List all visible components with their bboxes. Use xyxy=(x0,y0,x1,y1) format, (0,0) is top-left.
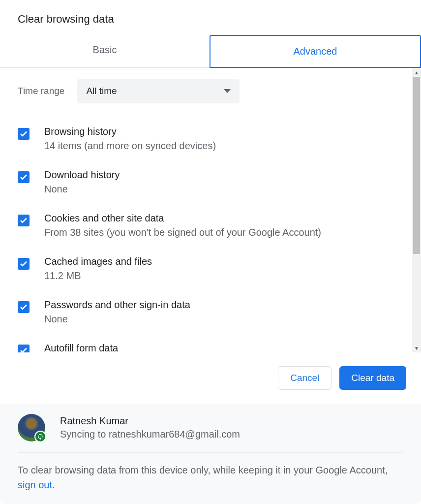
time-range-row: Time range All time xyxy=(18,79,394,103)
scroll-content: Time range All time Browsing history 14 … xyxy=(0,68,412,352)
action-buttons: Cancel Clear data xyxy=(0,352,421,404)
tab-basic[interactable]: Basic xyxy=(0,34,210,67)
item-cached: Cached images and files 11.2 MB xyxy=(18,256,394,282)
sync-badge-icon xyxy=(34,431,46,442)
scrollbar[interactable]: ▲ ▼ xyxy=(412,68,421,352)
check-icon xyxy=(19,259,28,268)
scroll-up-icon[interactable]: ▲ xyxy=(412,68,421,77)
divider xyxy=(18,452,403,453)
dialog-header: Clear browsing data xyxy=(0,0,421,34)
item-autofill: Autofill form data xyxy=(18,343,394,352)
sync-icon xyxy=(37,433,44,440)
clear-browsing-data-dialog: Clear browsing data Basic Advanced Time … xyxy=(0,0,421,504)
item-cookies: Cookies and other site data From 38 site… xyxy=(18,213,394,238)
avatar-wrap xyxy=(18,414,45,441)
check-icon xyxy=(19,346,28,352)
sign-out-notice: To clear browsing data from this device … xyxy=(18,463,403,492)
dialog-footer: Cancel Clear data Ratnesh Kumar Syncing … xyxy=(0,352,421,504)
check-icon xyxy=(19,173,28,182)
checkbox-autofill[interactable] xyxy=(18,345,30,352)
account-sync-status: Syncing to ratneshkumar684@gmail.com xyxy=(60,429,240,440)
item-text: Passwords and other sign-in data None xyxy=(44,299,190,325)
account-section: Ratnesh Kumar Syncing to ratneshkumar684… xyxy=(0,404,421,504)
item-title: Browsing history xyxy=(44,126,216,137)
checkbox-cached[interactable] xyxy=(18,258,30,270)
account-info: Ratnesh Kumar Syncing to ratneshkumar684… xyxy=(60,415,240,440)
time-range-value: All time xyxy=(86,86,117,96)
item-text: Autofill form data xyxy=(44,343,118,352)
check-icon xyxy=(19,216,28,225)
checkbox-download-history[interactable] xyxy=(18,171,30,183)
tabs: Basic Advanced xyxy=(0,34,421,68)
sign-out-link[interactable]: sign out xyxy=(18,479,52,490)
time-range-label: Time range xyxy=(18,86,64,96)
check-icon xyxy=(19,303,28,312)
time-range-select[interactable]: All time xyxy=(77,79,240,103)
checkbox-passwords[interactable] xyxy=(18,301,30,313)
check-icon xyxy=(19,129,28,138)
item-title: Download history xyxy=(44,169,120,181)
item-subtitle: None xyxy=(44,314,190,325)
notice-text-prefix: To clear browsing data from this device … xyxy=(18,465,388,475)
item-title: Cached images and files xyxy=(44,256,152,267)
item-subtitle: From 38 sites (you won't be signed out o… xyxy=(44,227,321,238)
item-title: Cookies and other site data xyxy=(44,213,321,224)
item-title: Passwords and other sign-in data xyxy=(44,299,190,311)
scroll-thumb[interactable] xyxy=(413,77,420,254)
cancel-button[interactable]: Cancel xyxy=(278,366,331,390)
clear-data-button[interactable]: Clear data xyxy=(339,366,406,390)
item-subtitle: None xyxy=(44,184,120,195)
item-text: Download history None xyxy=(44,169,120,195)
item-passwords: Passwords and other sign-in data None xyxy=(18,299,394,325)
account-row: Ratnesh Kumar Syncing to ratneshkumar684… xyxy=(18,414,403,441)
item-text: Browsing history 14 items (and more on s… xyxy=(44,126,216,152)
notice-text-suffix: . xyxy=(52,479,55,490)
item-browsing-history: Browsing history 14 items (and more on s… xyxy=(18,126,394,152)
content-area: Time range All time Browsing history 14 … xyxy=(0,68,421,352)
item-text: Cookies and other site data From 38 site… xyxy=(44,213,321,238)
tab-advanced[interactable]: Advanced xyxy=(210,35,421,68)
item-subtitle: 14 items (and more on synced devices) xyxy=(44,140,216,152)
account-name: Ratnesh Kumar xyxy=(60,415,240,427)
item-subtitle: 11.2 MB xyxy=(44,270,152,282)
chevron-down-icon xyxy=(224,89,231,93)
item-title: Autofill form data xyxy=(44,343,118,352)
item-text: Cached images and files 11.2 MB xyxy=(44,256,152,282)
scroll-down-icon[interactable]: ▼ xyxy=(412,344,421,352)
dialog-title: Clear browsing data xyxy=(18,13,403,26)
checkbox-browsing-history[interactable] xyxy=(18,128,30,140)
checkbox-cookies[interactable] xyxy=(18,215,30,226)
item-download-history: Download history None xyxy=(18,169,394,195)
